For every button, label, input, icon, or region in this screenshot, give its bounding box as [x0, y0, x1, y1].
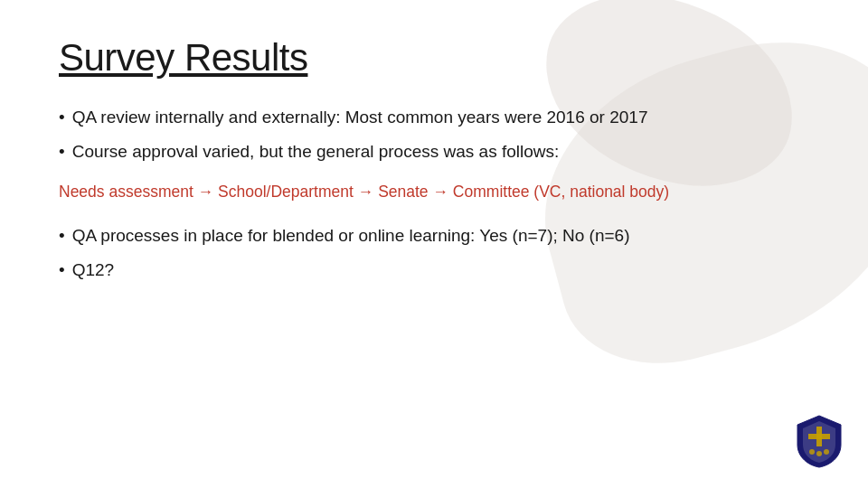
bullet-text-1: QA review internally and externally: Mos…: [72, 105, 809, 130]
bullet-item-1: • QA review internally and externally: M…: [59, 105, 809, 130]
slide-content: Survey Results • QA review internally an…: [0, 0, 868, 325]
bullet-dot-1: •: [59, 105, 65, 130]
arrow-1: →: [198, 183, 218, 201]
svg-rect-1: [808, 434, 830, 439]
process-step-4: Committee (VC, national body): [453, 183, 669, 201]
slide: Survey Results • QA review internally an…: [0, 0, 868, 488]
bullet-dot-3: •: [59, 223, 65, 249]
bullet-text-3: QA processes in place for blended or onl…: [72, 223, 809, 249]
svg-point-2: [809, 449, 815, 455]
process-step-1: Needs assessment: [59, 183, 193, 201]
bullet-dot-2: •: [59, 139, 65, 164]
bullet-section-1: • QA review internally and externally: M…: [59, 105, 809, 164]
bullet-dot-4: •: [59, 258, 65, 283]
process-step-2: School/Department: [218, 183, 354, 201]
bullet-item-2: • Course approval varied, but the genera…: [59, 139, 809, 164]
university-logo: [796, 414, 843, 472]
logo-shield-icon: [796, 414, 843, 468]
svg-point-3: [816, 451, 822, 456]
bullet-text-4: Q12?: [72, 258, 809, 283]
bullet-section-2: • QA processes in place for blended or o…: [59, 223, 809, 282]
arrow-3: →: [432, 183, 452, 201]
slide-title: Survey Results: [59, 36, 809, 80]
bullet-item-3: • QA processes in place for blended or o…: [59, 223, 809, 249]
arrow-2: →: [358, 183, 378, 201]
process-flow: Needs assessment → School/Department → S…: [59, 180, 809, 203]
bullet-item-4: • Q12?: [59, 258, 809, 283]
bullet-text-2: Course approval varied, but the general …: [72, 139, 809, 164]
process-step-3: Senate: [378, 183, 428, 201]
svg-point-4: [824, 449, 829, 455]
